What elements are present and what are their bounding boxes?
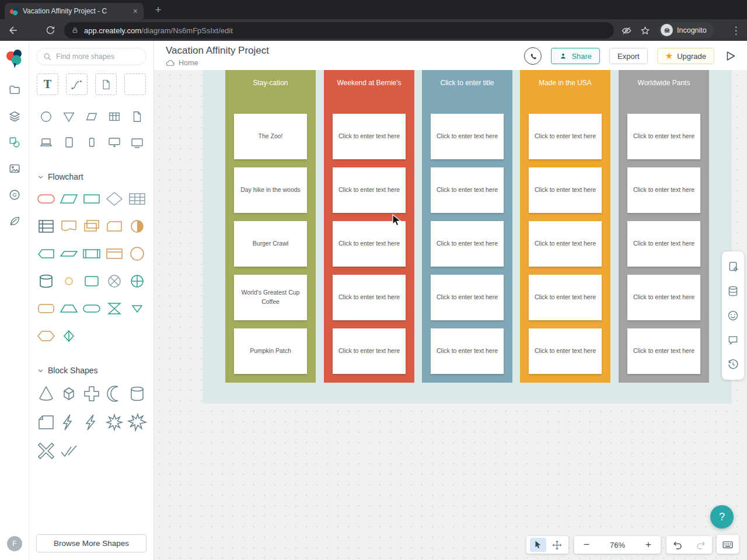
affinity-card[interactable]: Click to enter text here: [333, 328, 406, 374]
address-bar[interactable]: app.creately.com/diagram/Ns6mFpSsIxt/edi…: [64, 22, 614, 38]
affinity-column[interactable]: Click to enter titleClick to enter text …: [422, 70, 512, 383]
crescent-shape-icon[interactable]: [103, 384, 125, 403]
shape-search-box[interactable]: [36, 48, 146, 65]
affinity-column[interactable]: Made in the USAClick to enter text hereC…: [520, 70, 610, 383]
affinity-card[interactable]: Click to enter text here: [333, 275, 406, 320]
tablet-shape-icon[interactable]: [57, 134, 80, 151]
affinity-card[interactable]: Click to enter text here: [529, 167, 602, 213]
page-shape-icon[interactable]: [125, 108, 148, 125]
affinity-card[interactable]: Click to enter text here: [333, 167, 406, 213]
half-disc-shape-icon[interactable]: [125, 218, 148, 235]
process-shape-icon[interactable]: [80, 190, 103, 208]
tab-close-icon[interactable]: ×: [132, 6, 139, 16]
affinity-card[interactable]: Burger Crawl: [234, 221, 307, 267]
affinity-card[interactable]: Click to enter text here: [431, 114, 504, 159]
predefined-process-shape-icon[interactable]: [80, 245, 103, 262]
history-icon[interactable]: [726, 357, 740, 371]
redo-icon[interactable]: [695, 540, 706, 551]
affinity-card[interactable]: Click to enter text here: [431, 221, 504, 267]
affinity-card[interactable]: Click to enter text here: [431, 167, 504, 213]
column-title[interactable]: Stay-cation: [225, 70, 316, 114]
affinity-card[interactable]: Click to enter text here: [529, 114, 602, 159]
laptop-shape-icon[interactable]: [34, 134, 57, 151]
document-flow-shape-icon[interactable]: [57, 218, 80, 235]
phone-shape-icon[interactable]: [80, 134, 103, 151]
incognito-chip[interactable]: Incognito: [658, 22, 714, 38]
or-junction-shape-icon[interactable]: [125, 272, 148, 290]
export-button[interactable]: Export: [609, 48, 648, 64]
affinity-card[interactable]: The Zoo!: [234, 114, 307, 159]
affinity-card[interactable]: Click to enter text here: [431, 275, 504, 320]
google-icon[interactable]: G: [8, 188, 21, 201]
leaf-icon[interactable]: [8, 214, 21, 228]
affinity-card[interactable]: Click to enter text here: [431, 328, 504, 374]
keyboard-icon[interactable]: [721, 539, 734, 550]
comment-icon[interactable]: [726, 333, 740, 347]
affinity-card[interactable]: Click to enter text here: [627, 221, 700, 267]
layers-icon[interactable]: [8, 109, 21, 123]
zoom-out-button[interactable]: −: [581, 539, 592, 551]
hexagon-shape-icon[interactable]: [34, 327, 57, 345]
cross-x-shape-icon[interactable]: [34, 441, 57, 460]
circle-shape-icon[interactable]: [34, 108, 57, 125]
menu-dots-icon[interactable]: ⋮: [728, 23, 743, 38]
database-shape-icon[interactable]: [34, 272, 57, 290]
affinity-card[interactable]: Click to enter text here: [333, 221, 406, 267]
avatar[interactable]: F: [7, 536, 22, 551]
terminator-shape-icon[interactable]: [34, 190, 57, 208]
explosion-shape-icon[interactable]: [125, 412, 148, 432]
folder-icon[interactable]: [8, 83, 21, 96]
affinity-card[interactable]: Click to enter text here: [333, 114, 406, 159]
affinity-card[interactable]: Day hike in the woods: [234, 167, 307, 213]
large-circle-shape-icon[interactable]: [125, 245, 148, 262]
affinity-column[interactable]: Worldwide PantsClick to enter text hereC…: [619, 70, 709, 383]
reload-icon[interactable]: [43, 23, 58, 38]
summing-junction-shape-icon[interactable]: [103, 272, 125, 290]
column-title[interactable]: Worldwide Pants: [619, 70, 709, 114]
or-diamond-shape-icon[interactable]: [57, 327, 80, 345]
rounded-rect-shape-icon[interactable]: [34, 300, 57, 317]
breadcrumb[interactable]: Home: [166, 59, 198, 67]
table-shape-icon[interactable]: [103, 108, 125, 125]
triangle-down-shape-icon[interactable]: [57, 108, 80, 125]
affinity-card[interactable]: Click to enter text here: [529, 328, 602, 374]
column-title[interactable]: Click to enter title: [422, 70, 512, 114]
affinity-card[interactable]: Click to enter text here: [627, 114, 700, 159]
flat-parallelogram-shape-icon[interactable]: [57, 245, 80, 262]
share-button[interactable]: Share: [551, 48, 600, 64]
lightning-bold-shape-icon[interactable]: [80, 412, 103, 432]
burst-star-shape-icon[interactable]: [103, 412, 125, 432]
new-tab-button[interactable]: +: [151, 2, 166, 18]
card-shape-icon[interactable]: [103, 218, 125, 235]
affinity-card[interactable]: Click to enter text here: [627, 328, 700, 374]
browse-more-shapes-button[interactable]: Browse More Shapes: [36, 534, 146, 552]
connector-tool-icon[interactable]: [66, 74, 88, 95]
select-cursor-icon[interactable]: [530, 538, 546, 552]
back-icon[interactable]: [6, 23, 21, 38]
cylinder-shape-icon[interactable]: [125, 384, 148, 403]
upgrade-button[interactable]: ★ Upgrade: [657, 48, 714, 64]
parallelogram-shape-icon[interactable]: [80, 108, 103, 125]
text-tool-icon[interactable]: T: [37, 74, 58, 95]
rounded-card-shape-icon[interactable]: [80, 272, 103, 290]
folded-rect-shape-icon[interactable]: [34, 412, 57, 432]
io-shape-icon[interactable]: [57, 190, 80, 208]
lightning-thin-shape-icon[interactable]: [57, 412, 80, 432]
affinity-card[interactable]: Click to enter text here: [529, 221, 602, 267]
list-shape-icon[interactable]: [34, 218, 57, 235]
affinity-card[interactable]: Click to enter text here: [627, 275, 700, 320]
document-tool-icon[interactable]: [95, 74, 117, 95]
frame-tool-icon[interactable]: [124, 74, 146, 95]
bookmark-star-icon[interactable]: [637, 23, 652, 38]
diagram-canvas[interactable]: Stay-cationThe Zoo!Day hike in the woods…: [154, 70, 747, 560]
small-circle-shape-icon[interactable]: [57, 272, 80, 290]
display-shape-icon[interactable]: [34, 245, 57, 262]
help-button[interactable]: ?: [710, 505, 734, 528]
trapezoid-shape-icon[interactable]: [57, 300, 80, 317]
diagram-title[interactable]: Vacation Affinity Project: [166, 45, 269, 57]
affinity-card[interactable]: World's Greatest Cup Coffee: [234, 275, 307, 320]
titled-rect-shape-icon[interactable]: [103, 245, 125, 262]
affinity-column[interactable]: Stay-cationThe Zoo!Day hike in the woods…: [225, 70, 316, 383]
multi-document-shape-icon[interactable]: [80, 218, 103, 235]
affinity-card[interactable]: Click to enter text here: [627, 167, 700, 213]
